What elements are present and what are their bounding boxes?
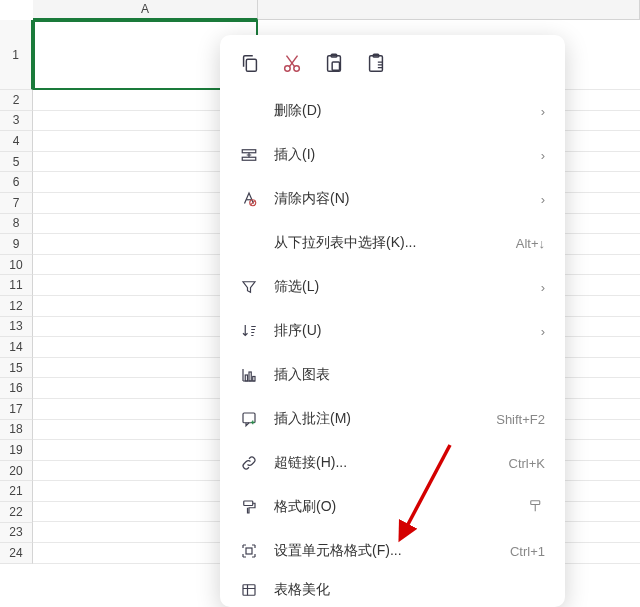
table-beautify-icon [238, 579, 260, 601]
row-header[interactable]: 6 [0, 172, 33, 193]
menu-label: 表格美化 [274, 581, 545, 599]
menu-label: 筛选(L) [274, 278, 541, 296]
chevron-right-icon: › [541, 148, 545, 163]
shortcut-text: Ctrl+K [509, 456, 545, 471]
menu-label: 超链接(H)... [274, 454, 509, 472]
svg-rect-8 [242, 150, 256, 153]
menu-sort[interactable]: 排序(U) › [220, 309, 565, 353]
svg-rect-18 [243, 585, 255, 596]
chevron-right-icon: › [541, 192, 545, 207]
sort-icon [238, 320, 260, 342]
row-header[interactable]: 4 [0, 131, 33, 152]
column-header-b[interactable] [258, 0, 640, 20]
insert-icon [238, 144, 260, 166]
row-header[interactable]: 24 [0, 543, 33, 564]
filter-icon [238, 276, 260, 298]
menu-insert-comment[interactable]: 插入批注(M) Shift+F2 [220, 397, 565, 441]
menu-label: 格式刷(O) [274, 498, 527, 516]
row-header[interactable]: 14 [0, 337, 33, 358]
svg-rect-5 [332, 62, 339, 70]
dropdown-select-icon [238, 232, 260, 254]
menu-dropdown-select[interactable]: 从下拉列表中选择(K)... Alt+↓ [220, 221, 565, 265]
menu-delete[interactable]: 删除(D) › [220, 89, 565, 133]
copy-icon[interactable] [238, 51, 262, 75]
svg-rect-16 [531, 500, 540, 504]
menu-table-beautify[interactable]: 表格美化 [220, 573, 565, 607]
svg-rect-15 [244, 501, 253, 506]
column-header-a[interactable]: A [33, 0, 258, 20]
menu-cell-format[interactable]: 设置单元格格式(F)... Ctrl+1 [220, 529, 565, 573]
delete-icon [238, 100, 260, 122]
row-header[interactable]: 12 [0, 296, 33, 317]
row-header[interactable]: 13 [0, 317, 33, 338]
menu-label: 插入图表 [274, 366, 545, 384]
row-header[interactable]: 8 [0, 214, 33, 235]
svg-rect-11 [245, 375, 247, 381]
svg-rect-13 [253, 377, 255, 382]
menu-label: 排序(U) [274, 322, 541, 340]
menu-hyperlink[interactable]: 超链接(H)... Ctrl+K [220, 441, 565, 485]
cut-icon[interactable] [280, 51, 304, 75]
shortcut-text: Ctrl+1 [510, 544, 545, 559]
row-header-1[interactable]: 1 [0, 20, 33, 90]
menu-filter[interactable]: 筛选(L) › [220, 265, 565, 309]
menu-insert-chart[interactable]: 插入图表 [220, 353, 565, 397]
row-header[interactable]: 9 [0, 234, 33, 255]
chevron-right-icon: › [541, 324, 545, 339]
menu-label: 清除内容(N) [274, 190, 541, 208]
menu-label: 插入(I) [274, 146, 541, 164]
svg-rect-3 [328, 56, 341, 72]
shortcut-text: Alt+↓ [516, 236, 545, 251]
row-header[interactable]: 19 [0, 440, 33, 461]
svg-rect-17 [246, 548, 252, 554]
menu-format-painter[interactable]: 格式刷(O) [220, 485, 565, 529]
row-header[interactable]: 3 [0, 111, 33, 132]
link-icon [238, 452, 260, 474]
paste-icon[interactable] [322, 51, 346, 75]
row-header[interactable]: 17 [0, 399, 33, 420]
row-header[interactable]: 15 [0, 358, 33, 379]
row-header[interactable]: 5 [0, 152, 33, 173]
context-toolbar [220, 47, 565, 89]
chart-icon [238, 364, 260, 386]
format-painter-aux-icon [527, 497, 545, 518]
row-header[interactable]: 20 [0, 461, 33, 482]
row-header[interactable]: 10 [0, 255, 33, 276]
menu-label: 删除(D) [274, 102, 541, 120]
format-painter-icon [238, 496, 260, 518]
menu-label: 从下拉列表中选择(K)... [274, 234, 516, 252]
row-header[interactable]: 2 [0, 90, 33, 111]
row-header[interactable]: 22 [0, 502, 33, 523]
shortcut-text: Shift+F2 [496, 412, 545, 427]
row-header[interactable]: 21 [0, 481, 33, 502]
svg-rect-0 [246, 59, 256, 71]
paste-special-icon[interactable] [364, 51, 388, 75]
chevron-right-icon: › [541, 280, 545, 295]
row-header[interactable]: 18 [0, 420, 33, 441]
chevron-right-icon: › [541, 104, 545, 119]
row-header[interactable]: 23 [0, 523, 33, 544]
menu-label: 设置单元格格式(F)... [274, 542, 510, 560]
row-header[interactable]: 11 [0, 275, 33, 296]
menu-clear-content[interactable]: 清除内容(N) › [220, 177, 565, 221]
cell-format-icon [238, 540, 260, 562]
context-menu: 删除(D) › 插入(I) › 清除内容(N) › 从下拉列表中选择(K)...… [220, 35, 565, 607]
row-header[interactable]: 7 [0, 193, 33, 214]
svg-rect-12 [249, 372, 251, 381]
svg-rect-9 [242, 157, 256, 160]
clear-icon [238, 188, 260, 210]
menu-insert[interactable]: 插入(I) › [220, 133, 565, 177]
comment-icon [238, 408, 260, 430]
svg-rect-6 [370, 56, 383, 72]
menu-label: 插入批注(M) [274, 410, 496, 428]
row-header[interactable]: 16 [0, 378, 33, 399]
